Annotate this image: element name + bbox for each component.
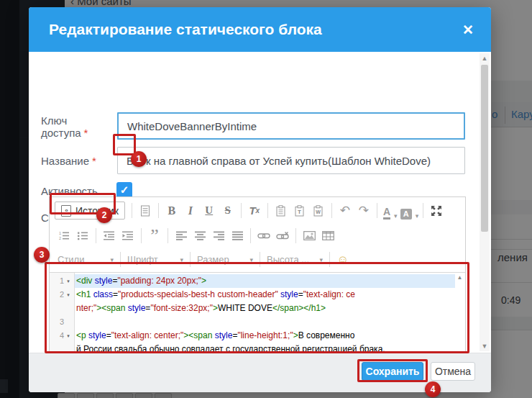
modal-header: Редактирование статического блока ✕	[29, 7, 491, 52]
code-line: nter;"><span style="font-size:32px;">WHI…	[50, 302, 455, 315]
text-color-icon[interactable]: A▾	[382, 202, 399, 220]
content-editor: ‹› Источник B I U S Tx	[49, 196, 466, 360]
toolbar-separator	[158, 203, 159, 218]
name-input[interactable]	[117, 147, 465, 174]
toolbar-separator	[331, 203, 332, 218]
chevron-down-icon: ▾	[110, 256, 114, 263]
redo-icon[interactable]: ↷	[355, 202, 372, 220]
smiley-icon[interactable]: ☺	[334, 251, 352, 268]
image-icon[interactable]	[301, 227, 318, 245]
access-key-input[interactable]	[117, 112, 465, 140]
size-dropdown[interactable]: Размер▾	[194, 254, 256, 265]
modal-body: Ключдоступа* Название* Активность ✓ Соде…	[29, 52, 491, 353]
code-line: 2▾<h1 class="products-specials-best-h cu…	[50, 288, 455, 302]
toolbar-separator	[295, 228, 296, 243]
toolbar-separator	[190, 252, 191, 267]
check-icon: ✓	[120, 184, 129, 196]
scroll-up-icon[interactable]: ▲	[482, 53, 488, 63]
svg-text:1: 1	[59, 231, 61, 235]
toolbar-separator	[96, 228, 96, 243]
toolbar-row-2: 12 ”	[50, 224, 465, 248]
bold-icon[interactable]: B	[163, 202, 180, 220]
svg-text:W: W	[316, 209, 321, 214]
chevron-down-icon: ▾	[394, 212, 398, 220]
toolbar-separator	[250, 228, 251, 243]
bg-color-icon[interactable]: A▾	[400, 202, 419, 220]
align-right-icon[interactable]	[210, 227, 227, 245]
toolbar-separator	[267, 203, 268, 218]
toolbar-row-3: Стили▾ Шрифт▾ Размер▾ Высота ...▾ ☺	[50, 248, 465, 271]
blockquote-icon[interactable]: ”	[146, 230, 163, 242]
templates-icon[interactable]	[137, 202, 154, 220]
code-line: 1▾<div style="padding: 24px 20px;">	[50, 274, 455, 288]
italic-icon[interactable]: I	[182, 202, 199, 220]
code-line: 3	[50, 315, 455, 329]
table-icon[interactable]	[319, 227, 336, 245]
source-icon: ‹›	[61, 205, 71, 217]
toolbar-separator	[377, 203, 377, 218]
fold-caret-icon[interactable]: ▾	[64, 288, 73, 302]
align-left-icon[interactable]	[173, 227, 190, 245]
toolbar-separator	[423, 203, 423, 218]
font-dropdown[interactable]: Шрифт▾	[124, 254, 186, 265]
paste-word-icon[interactable]: W	[310, 202, 327, 220]
chevron-down-icon: ▾	[249, 256, 253, 263]
undo-icon[interactable]: ↶	[336, 202, 354, 220]
modal-footer: Сохранить Отмена	[29, 353, 491, 392]
code-line: 4▾<p style="text-align: center;"><span s…	[50, 329, 455, 343]
strikethrough-icon[interactable]: S	[219, 202, 237, 220]
toolbar-separator	[260, 252, 260, 267]
toolbar-separator	[120, 252, 121, 267]
activity-checkbox[interactable]: ✓	[116, 182, 132, 198]
toolbar-separator	[132, 203, 132, 218]
required-mark: *	[92, 155, 96, 167]
key-label: Ключдоступа*	[41, 114, 88, 139]
toolbar-separator	[141, 228, 142, 243]
paste-text-icon[interactable]: T	[291, 202, 308, 220]
scroll-up-icon[interactable]: ▲	[457, 274, 463, 281]
align-center-icon[interactable]	[191, 227, 208, 245]
activity-label: Активность	[41, 185, 98, 197]
source-code-area[interactable]: 1▾<div style="padding: 24px 20px;">2▾<h1…	[50, 272, 465, 360]
screen: ‹ Мои сайты о Кару ления 0:49	[0, 0, 532, 398]
numbered-list-icon[interactable]: 12	[55, 227, 73, 245]
bulleted-list-icon[interactable]	[74, 227, 91, 245]
toolbar-separator	[241, 203, 242, 218]
link-icon[interactable]	[255, 227, 272, 245]
svg-text:2: 2	[59, 236, 61, 240]
fold-caret-icon[interactable]	[64, 315, 73, 329]
edit-static-block-modal: Редактирование статического блока ✕ Ключ…	[29, 7, 491, 392]
required-mark: *	[84, 127, 88, 139]
toolbar-separator	[168, 228, 168, 243]
cancel-button[interactable]: Отмена	[431, 362, 475, 381]
maximize-icon[interactable]	[428, 202, 445, 220]
chevron-down-icon: ▾	[180, 256, 183, 263]
modal-title: Редактирование статического блока	[49, 21, 462, 38]
chevron-down-icon: ▾	[319, 256, 323, 263]
underline-icon[interactable]: U	[201, 202, 218, 220]
line-height-dropdown[interactable]: Высота ...▾	[264, 254, 326, 265]
toolbar-row-1: ‹› Источник B I U S Tx	[50, 197, 465, 224]
align-justify-icon[interactable]	[229, 227, 246, 245]
fold-caret-icon[interactable]	[64, 302, 73, 315]
styles-dropdown[interactable]: Стили▾	[55, 254, 116, 265]
scrollbar-thumb[interactable]	[481, 65, 488, 232]
svg-text:T: T	[298, 209, 301, 215]
remove-format-icon[interactable]: Tx	[246, 202, 263, 220]
chevron-down-icon: ▾	[416, 212, 419, 220]
name-label: Название*	[41, 155, 96, 167]
toolbar-separator	[329, 252, 330, 267]
fold-caret-icon[interactable]: ▾	[64, 329, 73, 343]
scroll-down-icon[interactable]: ▼	[482, 341, 488, 351]
save-button[interactable]: Сохранить	[362, 362, 423, 381]
close-icon[interactable]: ✕	[462, 22, 474, 38]
paste-icon[interactable]	[272, 202, 290, 220]
unlink-icon[interactable]	[274, 227, 291, 245]
outdent-icon[interactable]	[101, 227, 118, 245]
source-button[interactable]: ‹› Источник	[55, 202, 125, 220]
code-scrollbar[interactable]: ▲ ▼	[455, 274, 464, 358]
fold-caret-icon[interactable]: ▾	[64, 274, 73, 288]
modal-scrollbar[interactable]: ▲ ▼	[480, 53, 490, 351]
indent-icon[interactable]	[119, 227, 137, 245]
